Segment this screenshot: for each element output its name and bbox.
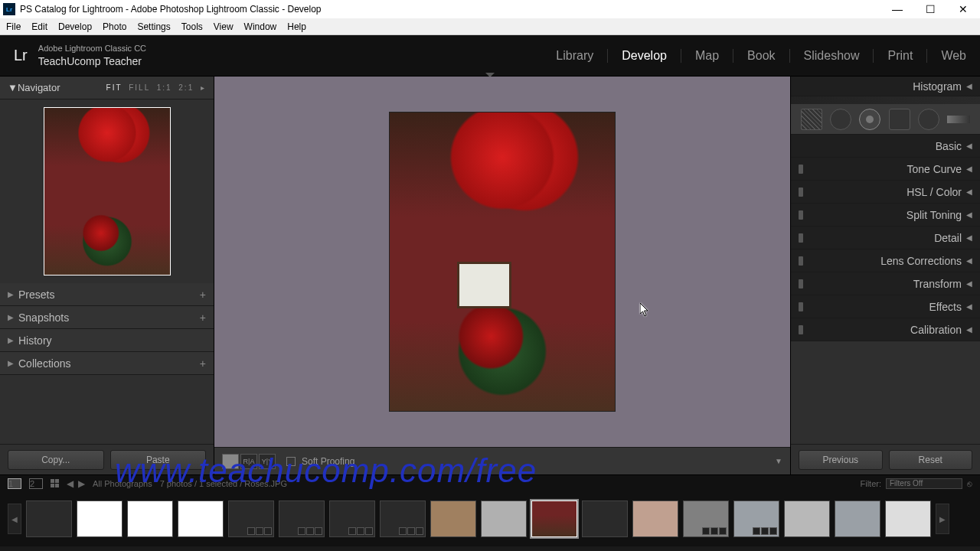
- panel-calibration[interactable]: Calibration ◀: [791, 318, 980, 341]
- filter-lock-icon[interactable]: ⎋: [967, 479, 972, 488]
- copy-button[interactable]: Copy...: [8, 450, 104, 470]
- panel-collections[interactable]: ▶ Collections +: [0, 352, 214, 375]
- nav-back-icon[interactable]: ◀: [67, 478, 74, 489]
- panel-toggle[interactable]: [799, 210, 803, 220]
- module-book[interactable]: Book: [733, 49, 789, 63]
- menu-settings[interactable]: Settings: [137, 21, 170, 32]
- filmstrip-thumb[interactable]: [481, 500, 527, 537]
- menu-edit[interactable]: Edit: [31, 21, 47, 32]
- panel-toggle[interactable]: [799, 233, 803, 243]
- menu-file[interactable]: File: [6, 21, 21, 32]
- navigator-preview[interactable]: [0, 99, 214, 283]
- filmstrip-thumb[interactable]: [430, 500, 476, 537]
- toolbar-menu-icon[interactable]: ▼: [775, 457, 782, 465]
- graduated-filter-tool-icon[interactable]: [889, 109, 910, 130]
- filmstrip-thumb[interactable]: [582, 500, 628, 537]
- add-collection-icon[interactable]: +: [200, 357, 206, 370]
- panel-transform[interactable]: Transform ◀: [791, 272, 980, 295]
- radial-filter-tool-icon[interactable]: [918, 109, 939, 130]
- reset-button[interactable]: Reset: [889, 450, 973, 470]
- module-slideshow[interactable]: Slideshow: [790, 49, 874, 63]
- panel-lens-corrections[interactable]: Lens Corrections ◀: [791, 249, 980, 272]
- panel-toggle[interactable]: [799, 256, 803, 266]
- panel-label: Collections: [18, 357, 70, 370]
- panel-detail[interactable]: Detail ◀: [791, 227, 980, 249]
- filmstrip-thumb[interactable]: [632, 500, 678, 537]
- menu-window[interactable]: Window: [244, 21, 277, 32]
- zoom-more-icon[interactable]: ▸: [201, 83, 206, 92]
- redeye-tool-icon[interactable]: [859, 109, 880, 130]
- panel-tone-curve[interactable]: Tone Curve ◀: [791, 158, 980, 181]
- monitor-2-button[interactable]: 2: [29, 478, 43, 489]
- crop-tool-icon[interactable]: [801, 109, 822, 130]
- account-name[interactable]: TeachUcomp Teacher: [38, 54, 146, 68]
- panel-histogram[interactable]: Histogram ◀: [791, 77, 980, 96]
- filmstrip-thumb-selected[interactable]: [531, 500, 577, 537]
- filmstrip-thumb[interactable]: [885, 500, 931, 537]
- add-preset-icon[interactable]: +: [200, 289, 206, 301]
- photo-area[interactable]: [214, 77, 790, 447]
- menu-photo[interactable]: Photo: [103, 21, 126, 32]
- filmstrip-thumb[interactable]: [683, 500, 729, 537]
- panel-hsl-color[interactable]: HSL / Color ◀: [791, 181, 980, 204]
- paste-button[interactable]: Paste: [110, 450, 207, 470]
- view-before-after-tb-button[interactable]: Y|Y: [259, 454, 276, 469]
- panel-toggle[interactable]: [799, 187, 803, 197]
- filter-dropdown[interactable]: Filters Off: [886, 478, 962, 489]
- spot-removal-tool-icon[interactable]: [830, 109, 851, 130]
- soft-proof-checkbox[interactable]: [286, 457, 296, 466]
- menu-develop[interactable]: Develop: [58, 21, 92, 32]
- module-print[interactable]: Print: [874, 49, 927, 63]
- module-map[interactable]: Map: [681, 49, 733, 63]
- menu-view[interactable]: View: [214, 21, 234, 32]
- panel-history[interactable]: ▶ History: [0, 329, 214, 352]
- previous-button[interactable]: Previous: [799, 450, 883, 470]
- zoom-fill[interactable]: FILL: [129, 83, 150, 92]
- navigator-header[interactable]: ▼ Navigator FIT FILL 1:1 2:1 ▸: [0, 77, 214, 99]
- breadcrumb-source[interactable]: All Photographs: [93, 479, 152, 488]
- zoom-2-1[interactable]: 2:1: [178, 83, 194, 92]
- filmstrip-thumb[interactable]: [178, 500, 224, 537]
- add-snapshot-icon[interactable]: +: [200, 311, 206, 324]
- filmstrip-thumb[interactable]: [77, 500, 122, 537]
- right-panel: Histogram ◀ Basic ◀ Tone Curve ◀ HSL / C…: [790, 77, 980, 474]
- filmstrip-next-icon[interactable]: ▶: [936, 504, 949, 534]
- panel-toggle[interactable]: [799, 165, 803, 174]
- filmstrip-thumb[interactable]: [835, 500, 880, 537]
- zoom-1-1[interactable]: 1:1: [157, 83, 172, 92]
- view-loupe-button[interactable]: [222, 454, 239, 469]
- menu-tools[interactable]: Tools: [181, 21, 203, 32]
- grid-view-icon[interactable]: [51, 479, 59, 487]
- panel-toggle[interactable]: [799, 302, 803, 311]
- panel-toggle[interactable]: [799, 279, 803, 289]
- panel-basic[interactable]: Basic ◀: [791, 135, 980, 158]
- adjustment-brush-tool-icon[interactable]: [947, 116, 970, 123]
- panel-snapshots[interactable]: ▶ Snapshots +: [0, 306, 214, 329]
- view-before-after-lr-button[interactable]: R|A: [240, 454, 257, 469]
- panel-split-toning[interactable]: Split Toning ◀: [791, 204, 980, 227]
- filmstrip-thumb[interactable]: [733, 500, 779, 537]
- filmstrip-thumb[interactable]: [329, 500, 375, 537]
- filmstrip-thumb[interactable]: [784, 500, 830, 537]
- nav-fwd-icon[interactable]: ▶: [78, 478, 85, 489]
- filmstrip-prev-icon[interactable]: ◀: [8, 504, 21, 534]
- filmstrip-thumb[interactable]: [127, 500, 173, 537]
- panel-toggle[interactable]: [799, 325, 803, 334]
- filmstrip-thumb[interactable]: [228, 500, 274, 537]
- minimize-button[interactable]: —: [892, 3, 903, 15]
- module-web[interactable]: Web: [927, 49, 966, 63]
- menu-help[interactable]: Help: [287, 21, 306, 32]
- toolbar-below-image: R|A Y|Y Soft Proofing ▼: [214, 447, 790, 474]
- module-develop[interactable]: Develop: [608, 49, 681, 63]
- close-button[interactable]: ✕: [959, 3, 968, 15]
- panel-effects[interactable]: Effects ◀: [791, 295, 980, 318]
- panel-presets[interactable]: ▶ Presets +: [0, 283, 214, 306]
- breadcrumb-count: 7 photos / 1 selected / Roses.JPG: [160, 479, 287, 488]
- module-library[interactable]: Library: [542, 49, 608, 63]
- filmstrip-thumb[interactable]: [279, 500, 325, 537]
- filmstrip-thumb[interactable]: [26, 500, 72, 537]
- monitor-1-button[interactable]: 1: [8, 478, 21, 489]
- zoom-fit[interactable]: FIT: [106, 83, 122, 92]
- maximize-button[interactable]: ☐: [926, 3, 936, 15]
- filmstrip-thumb[interactable]: [380, 500, 426, 537]
